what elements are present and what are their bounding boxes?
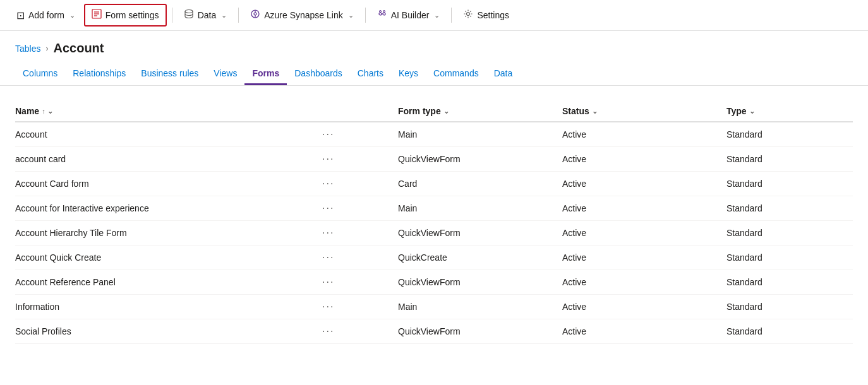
cell-name-3[interactable]: Account for Interactive experience: [15, 203, 322, 213]
data-button[interactable]: Data ⌄: [178, 5, 234, 25]
col-type-sort: ⌄: [749, 107, 755, 116]
breadcrumb-current: Account: [53, 41, 104, 56]
cell-type-1: Standard: [726, 154, 853, 164]
cell-menu-2[interactable]: ···: [322, 178, 398, 189]
tab-relationships[interactable]: Relationships: [65, 63, 133, 85]
cell-status-2: Active: [562, 179, 726, 189]
cell-menu-8[interactable]: ···: [322, 326, 398, 337]
cell-status-1: Active: [562, 154, 726, 164]
ai-builder-chevron: ⌄: [434, 11, 440, 20]
col-status-sort: ⌄: [592, 107, 598, 116]
cell-type-6: Standard: [726, 277, 853, 287]
cell-form-type-8: QuickViewForm: [398, 326, 562, 336]
table-row: Social Profiles ··· QuickViewForm Active…: [15, 319, 853, 344]
cell-type-7: Standard: [726, 302, 853, 312]
cell-name-5[interactable]: Account Quick Create: [15, 252, 322, 263]
cell-name-0[interactable]: Account: [15, 129, 322, 139]
cell-name-8[interactable]: Social Profiles: [15, 326, 322, 336]
col-name-label: Name: [15, 106, 39, 116]
cell-form-type-2: Card: [398, 179, 562, 189]
table-rows-container: Account ··· Main Active Standard account…: [15, 122, 853, 344]
cell-type-8: Standard: [726, 326, 853, 336]
col-header-status[interactable]: Status ⌄: [562, 106, 726, 116]
svg-point-4: [185, 10, 193, 13]
col-name-sort: ↑ ⌄: [42, 107, 53, 116]
table-header: Name ↑ ⌄ Form type ⌄ Status ⌄ Type ⌄: [15, 101, 853, 122]
col-status-label: Status: [562, 106, 589, 116]
tab-forms[interactable]: Forms: [244, 63, 287, 85]
toolbar-divider-2: [238, 8, 239, 23]
table-row: Account Reference Panel ··· QuickViewFor…: [15, 270, 853, 295]
nav-tabs: Columns Relationships Business rules Vie…: [0, 61, 868, 86]
cell-menu-3[interactable]: ···: [322, 203, 398, 214]
breadcrumb: Tables › Account: [0, 31, 868, 61]
azure-synapse-icon: [250, 9, 260, 21]
add-form-button[interactable]: ⊡ Add form ⌄: [10, 6, 81, 25]
col-type-label: Type: [726, 106, 747, 116]
cell-menu-4[interactable]: ···: [322, 227, 398, 239]
svg-point-10: [383, 13, 385, 15]
cell-type-2: Standard: [726, 179, 853, 189]
svg-point-12: [379, 11, 381, 13]
form-settings-label: Form settings: [105, 10, 159, 20]
table-row: Information ··· Main Active Standard: [15, 295, 853, 319]
form-settings-icon: [92, 9, 102, 21]
add-form-chevron: ⌄: [69, 11, 75, 20]
cell-form-type-5: QuickCreate: [398, 252, 562, 263]
toolbar-divider-1: [172, 8, 172, 23]
cell-name-7[interactable]: Information: [15, 302, 322, 312]
breadcrumb-parent[interactable]: Tables: [15, 44, 40, 54]
col-header-form-type[interactable]: Form type ⌄: [398, 106, 562, 116]
svg-point-16: [467, 13, 470, 16]
form-settings-button[interactable]: Form settings: [84, 4, 167, 27]
cell-status-5: Active: [562, 252, 726, 263]
cell-menu-7[interactable]: ···: [322, 301, 398, 312]
cell-status-4: Active: [562, 228, 726, 238]
table-row: account card ··· QuickViewForm Active St…: [15, 147, 853, 172]
azure-synapse-label: Azure Synapse Link: [264, 10, 343, 20]
svg-point-13: [383, 11, 385, 13]
tab-columns[interactable]: Columns: [15, 63, 65, 85]
data-chevron: ⌄: [221, 11, 227, 20]
cell-status-7: Active: [562, 302, 726, 312]
cell-name-1[interactable]: account card: [15, 154, 322, 164]
breadcrumb-separator: ›: [45, 44, 48, 53]
cell-type-0: Standard: [726, 129, 853, 139]
data-label: Data: [198, 10, 217, 20]
azure-synapse-button[interactable]: Azure Synapse Link ⌄: [244, 5, 360, 25]
tab-commands[interactable]: Commands: [426, 63, 486, 85]
settings-button[interactable]: Settings: [457, 5, 515, 25]
cell-form-type-7: Main: [398, 302, 562, 312]
cell-menu-0[interactable]: ···: [322, 129, 398, 140]
cell-menu-6[interactable]: ···: [322, 276, 398, 288]
cell-name-4[interactable]: Account Hierarchy Tile Form: [15, 228, 322, 238]
cell-name-6[interactable]: Account Reference Panel: [15, 277, 322, 287]
tab-views[interactable]: Views: [206, 63, 244, 85]
col-form-type-label: Form type: [398, 106, 441, 116]
cell-name-2[interactable]: Account Card form: [15, 179, 322, 189]
table-row: Account for Interactive experience ··· M…: [15, 196, 853, 221]
tab-business-rules[interactable]: Business rules: [133, 63, 206, 85]
tab-data[interactable]: Data: [486, 63, 521, 85]
table-row: Account ··· Main Active Standard: [15, 122, 853, 147]
tab-charts[interactable]: Charts: [350, 63, 391, 85]
cell-menu-5[interactable]: ···: [322, 252, 398, 263]
svg-point-6: [254, 13, 256, 15]
cell-type-3: Standard: [726, 203, 853, 213]
col-header-name[interactable]: Name ↑ ⌄: [15, 106, 322, 116]
cell-status-3: Active: [562, 203, 726, 213]
cell-type-4: Standard: [726, 228, 853, 238]
cell-status-6: Active: [562, 277, 726, 287]
toolbar: ⊡ Add form ⌄ Form settings Data ⌄ Azure …: [0, 0, 868, 31]
tab-keys[interactable]: Keys: [391, 63, 426, 85]
col-header-type[interactable]: Type ⌄: [726, 106, 853, 116]
cell-type-5: Standard: [726, 252, 853, 263]
toolbar-divider-4: [451, 8, 452, 23]
cell-form-type-4: QuickViewForm: [398, 228, 562, 238]
cell-menu-1[interactable]: ···: [322, 153, 398, 165]
settings-label: Settings: [477, 10, 509, 20]
col-form-type-sort: ⌄: [443, 107, 449, 116]
ai-builder-button[interactable]: AI Builder ⌄: [371, 5, 447, 25]
forms-table: Name ↑ ⌄ Form type ⌄ Status ⌄ Type ⌄ Acc…: [0, 86, 868, 344]
tab-dashboards[interactable]: Dashboards: [287, 63, 350, 85]
